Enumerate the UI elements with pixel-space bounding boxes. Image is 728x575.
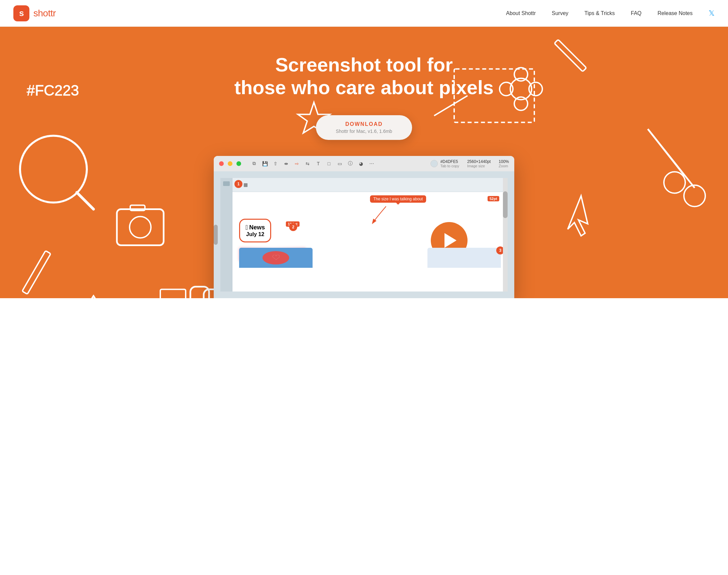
hero-title-line2: those who care about pixels	[234, 76, 494, 98]
app-window: ⧉ 💾 ⇧ ⇼ ⇨ ⇆ T □ ▭ ⓘ ◕ ⋯	[214, 156, 514, 298]
hero-title: Screenshot tool for those who care about…	[234, 54, 494, 99]
grid-icon[interactable]: ⇼	[283, 160, 290, 167]
left-scrollbar	[214, 225, 218, 245]
image-size-label: Image size	[467, 164, 491, 168]
info-icon[interactable]: ⓘ	[346, 160, 354, 167]
app-preview-wrap: ⧉ 💾 ⇧ ⇼ ⇨ ⇆ T □ ▭ ⓘ ◕ ⋯	[214, 156, 514, 298]
logo-link[interactable]: s shottr	[13, 5, 56, 21]
titlebar-tools: ⧉ 💾 ⇧ ⇼ ⇨ ⇆ T □ ▭ ⓘ ◕ ⋯	[251, 160, 375, 167]
measure-icon[interactable]: □	[325, 160, 333, 167]
nav-faq[interactable]: FAQ	[631, 10, 641, 16]
lasso-icon[interactable]: ⇆	[304, 160, 311, 167]
color-swatch	[430, 160, 438, 167]
svg-rect-31	[22, 251, 51, 294]
nav-about[interactable]: About Shottr	[506, 10, 536, 16]
text-icon[interactable]: T	[315, 160, 322, 167]
app-titlebar: ⧉ 💾 ⇧ ⇼ ⇨ ⇆ T □ ▭ ⓘ ◕ ⋯	[214, 156, 514, 171]
play-triangle-icon	[444, 233, 457, 248]
svg-text:#FC223: #FC223	[27, 82, 79, 99]
svg-rect-21	[190, 286, 209, 298]
hero-section: #FC223	[0, 27, 728, 298]
annotation-badge-2: 2	[289, 223, 297, 231]
light-card	[427, 248, 501, 268]
nav-links: About Shottr Survey Tips & Tricks FAQ Re…	[506, 9, 715, 18]
canvas-content:  News July 12 2	[232, 212, 507, 268]
logo-icon: s	[13, 5, 29, 21]
canvas-topbar: ‹ ▦	[232, 178, 507, 192]
svg-rect-15	[554, 39, 587, 71]
scrollbar-track	[503, 178, 507, 292]
select-icon[interactable]: ⇨	[293, 160, 301, 167]
canvas-main: ‹ ▦ 1 The size I was talking about	[232, 178, 507, 292]
svg-point-12	[684, 185, 705, 206]
news-card:  News July 12	[239, 219, 271, 242]
download-sub: Shottr for Mac, v1.6, 1.6mb	[336, 129, 392, 134]
traffic-light-red	[219, 161, 224, 166]
blue-card: ❤	[239, 248, 312, 268]
titlebar-right: #D4DFE5 Tab to copy 2560×1440pt Image si…	[430, 159, 509, 168]
svg-rect-32	[160, 289, 186, 298]
svg-point-23	[130, 216, 151, 238]
canvas-sidebar	[221, 178, 232, 292]
traffic-light-yellow	[228, 161, 232, 166]
nav-tips[interactable]: Tips & Tricks	[585, 10, 615, 16]
svg-rect-22	[117, 209, 164, 245]
nav-survey[interactable]: Survey	[552, 10, 568, 16]
twitter-icon: 𝕏	[708, 9, 715, 18]
scrollbar-thumb[interactable]	[503, 191, 507, 218]
color-value: #D4DFE5	[440, 159, 459, 164]
rect-icon[interactable]: ▭	[336, 160, 343, 167]
svg-line-1	[77, 192, 94, 209]
download-button[interactable]: DOWNLOAD Shottr for Mac, v1.6, 1.6mb	[316, 115, 412, 140]
news-card-date: July 12	[245, 231, 265, 237]
app-canvas: ‹ ▦ 1 The size I was talking about	[214, 171, 514, 298]
twitter-link[interactable]: 𝕏	[708, 9, 715, 18]
zoom-label: Zoom	[499, 164, 509, 168]
sidebar-toggle-icon[interactable]: ▦	[243, 182, 248, 187]
copy-icon[interactable]: ⧉	[251, 160, 258, 167]
logo-letter: s	[19, 8, 23, 19]
color-tab-label: Tab to copy	[440, 164, 459, 168]
annotation-bubble: The size I was talking about	[370, 195, 426, 203]
logo-text: shottr	[33, 8, 56, 19]
more-icon[interactable]: ⋯	[368, 160, 375, 167]
annotation-badge-1: 1	[234, 180, 242, 188]
news-card-title:  News	[245, 224, 265, 231]
nav-release[interactable]: Release Notes	[658, 10, 693, 16]
image-size-value: 2560×1440pt	[467, 159, 491, 164]
traffic-light-green	[236, 161, 241, 166]
color-icon[interactable]: ◕	[357, 160, 365, 167]
sidebar-thumb	[223, 181, 230, 186]
save-icon[interactable]: 💾	[261, 160, 268, 167]
svg-point-11	[664, 172, 685, 193]
upload-icon[interactable]: ⇧	[272, 160, 279, 167]
zoom-value: 100%	[499, 159, 509, 164]
download-label: DOWNLOAD	[336, 121, 392, 127]
hero-title-line1: Screenshot tool for	[275, 54, 453, 75]
measurement-top-label: 52pt	[488, 196, 499, 201]
navbar: s shottr About Shottr Survey Tips & Tric…	[0, 0, 728, 27]
svg-line-14	[648, 129, 695, 188]
